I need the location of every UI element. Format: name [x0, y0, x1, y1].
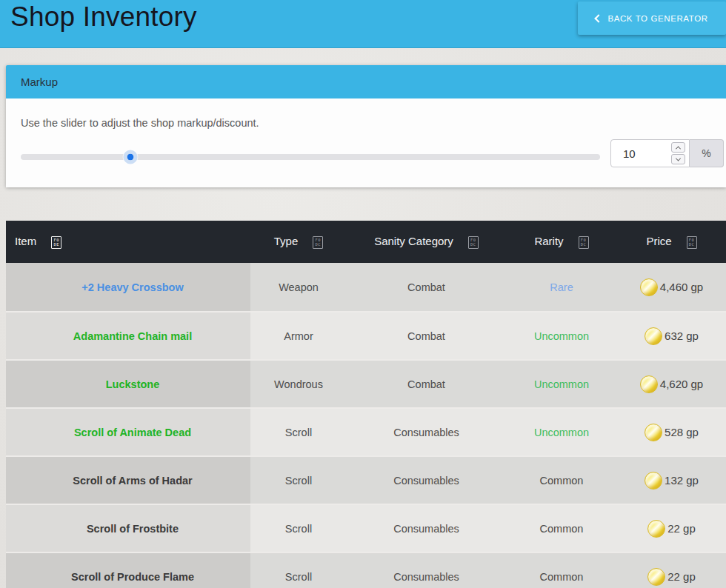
- item-sanity-category: Combat: [347, 263, 506, 311]
- markup-value-input[interactable]: 10: [610, 139, 690, 167]
- item-sanity-category: Consumables: [347, 504, 506, 552]
- item-type: Armor: [250, 311, 347, 359]
- item-type: Scroll: [250, 407, 347, 455]
- markup-slider-handle[interactable]: [123, 150, 137, 164]
- table-row: Adamantine Chain mail Armor Combat Uncom…: [6, 311, 726, 359]
- column-header[interactable]: ItemF0DE: [6, 221, 250, 263]
- item-sanity-category: Consumables: [347, 455, 506, 504]
- item-price: 4,620 gp: [660, 378, 703, 390]
- markup-panel-body: Use the slider to adjust the shop markup…: [6, 98, 726, 187]
- table-row: +2 Heavy Crossbow Weapon Combat Rare 4,4…: [6, 263, 726, 311]
- spinner-up-button[interactable]: [671, 142, 685, 153]
- item-type: Scroll: [250, 504, 347, 552]
- item-link[interactable]: Scroll of Animate Dead: [74, 427, 191, 438]
- item-type: Weapon: [250, 263, 347, 311]
- item-link[interactable]: +2 Heavy Crossbow: [81, 281, 183, 293]
- item-price: 132 gp: [665, 474, 699, 487]
- sort-icon[interactable]: F0DC: [579, 236, 589, 249]
- column-label: Price: [646, 235, 671, 247]
- chevron-down-icon: [676, 156, 681, 161]
- item-rarity: Rare: [506, 263, 617, 311]
- column-label: Item: [15, 235, 36, 247]
- column-label: Rarity: [534, 235, 563, 247]
- markup-panel-header: Markup: [6, 65, 726, 98]
- item-sanity-category: Combat: [347, 311, 506, 359]
- sort-icon[interactable]: F0DC: [313, 236, 323, 249]
- item-sanity-category: Consumables: [347, 552, 506, 588]
- markup-panel: Markup Use the slider to adjust the shop…: [6, 65, 726, 187]
- item-price: 22 gp: [667, 570, 696, 583]
- table-row: Luckstone Wondrous Combat Uncommon 4,620…: [6, 359, 726, 407]
- item-rarity: Uncommon: [506, 407, 617, 455]
- item-link[interactable]: Adamantine Chain mail: [73, 330, 192, 342]
- item-price: 632 gp: [665, 330, 699, 342]
- table-row: Scroll of Frostbite Scroll Consumables C…: [6, 504, 726, 552]
- item-price: 528 gp: [665, 426, 699, 438]
- markup-value: 10: [623, 147, 671, 160]
- table-row: Scroll of Arms of Hadar Scroll Consumabl…: [6, 455, 726, 504]
- item-rarity: Common: [506, 504, 617, 552]
- gold-coin-icon: [647, 568, 665, 586]
- percent-unit-addon: %: [690, 139, 724, 167]
- gold-coin-icon: [647, 520, 665, 538]
- item-link[interactable]: Scroll of Arms of Hadar: [73, 475, 192, 487]
- gold-coin-icon: [640, 375, 658, 393]
- gold-coin-icon: [645, 327, 662, 345]
- gold-coin-icon: [645, 472, 662, 490]
- item-link[interactable]: Scroll of Produce Flame: [71, 571, 194, 583]
- column-header[interactable]: TypeF0DC: [250, 221, 347, 263]
- item-rarity: Uncommon: [506, 359, 617, 407]
- item-link[interactable]: Luckstone: [106, 378, 160, 390]
- item-link[interactable]: Scroll of Frostbite: [87, 523, 179, 535]
- table-row: Scroll of Produce Flame Scroll Consumabl…: [6, 552, 726, 588]
- column-header[interactable]: Sanity CategoryF0DC: [347, 221, 506, 263]
- chevron-up-icon: [676, 146, 681, 151]
- sort-icon[interactable]: F0DE: [51, 236, 61, 249]
- item-type: Scroll: [250, 552, 347, 588]
- back-button-label: BACK TO GENERATOR: [607, 14, 707, 23]
- number-spinner: [671, 142, 685, 164]
- item-rarity: Common: [506, 552, 617, 588]
- sort-icon[interactable]: F0DC: [468, 236, 479, 249]
- markup-description: Use the slider to adjust the shop markup…: [21, 117, 259, 129]
- markup-slider[interactable]: [21, 154, 600, 160]
- column-header[interactable]: PriceF0DC: [617, 221, 726, 263]
- item-type: Scroll: [250, 455, 347, 504]
- markup-panel-title: Markup: [21, 76, 58, 88]
- inventory-table-header: ItemF0DE TypeF0DC Sanity CategoryF0DC Ra…: [6, 221, 726, 263]
- column-label: Sanity Category: [374, 235, 453, 247]
- gold-coin-icon: [645, 424, 662, 441]
- item-sanity-category: Combat: [347, 359, 506, 407]
- app-header-bar: Shop Inventory BACK TO GENERATOR: [0, 0, 726, 48]
- spinner-down-button[interactable]: [671, 154, 685, 164]
- item-price: 22 gp: [667, 522, 696, 535]
- markup-input-group: 10 %: [610, 139, 724, 167]
- item-sanity-category: Consumables: [347, 407, 506, 455]
- gold-coin-icon: [640, 278, 658, 296]
- item-price: 4,460 gp: [660, 281, 703, 293]
- item-rarity: Uncommon: [506, 311, 617, 359]
- column-header[interactable]: RarityF0DC: [506, 221, 617, 263]
- column-label: Type: [274, 235, 299, 247]
- chevron-left-icon: [595, 14, 603, 22]
- item-rarity: Common: [506, 455, 617, 504]
- table-row: Scroll of Animate Dead Scroll Consumable…: [6, 407, 726, 455]
- sort-icon[interactable]: F0DC: [687, 236, 697, 249]
- inventory-table: ItemF0DE TypeF0DC Sanity CategoryF0DC Ra…: [6, 221, 726, 588]
- item-type: Wondrous: [250, 359, 347, 407]
- back-to-generator-button[interactable]: BACK TO GENERATOR: [578, 1, 726, 35]
